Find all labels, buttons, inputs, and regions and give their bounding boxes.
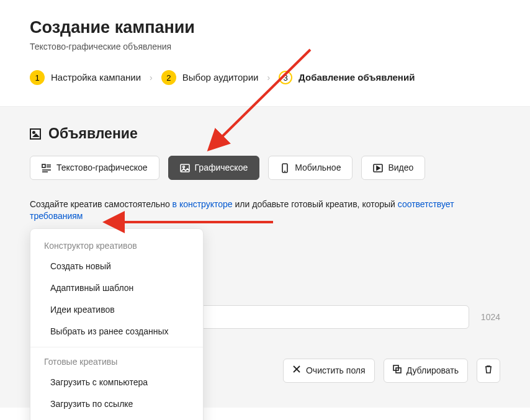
tab-label: Видео — [388, 162, 413, 174]
button-label: Дублировать — [406, 365, 459, 377]
chevron-right-icon: › — [150, 72, 153, 84]
tab-label: Графическое — [195, 162, 248, 174]
char-counter: 1024 — [481, 311, 500, 323]
helper-link-constructor[interactable]: в конструкторе — [173, 199, 233, 209]
step-number: 3 — [279, 71, 292, 84]
tab-mobile[interactable]: Мобильное — [268, 156, 353, 180]
tab-video[interactable]: Видео — [361, 156, 425, 180]
menu-item-from-uploaded[interactable]: Выбрать из ранее загруженных — [30, 415, 203, 420]
helper-text-part: Создайте креатив самостоятельно — [30, 199, 173, 209]
tab-graphic[interactable]: Графическое — [168, 156, 260, 180]
add-dropdown-menu: Конструктор креативов Создать новый Адап… — [30, 228, 204, 420]
trash-icon — [484, 365, 493, 377]
duplicate-button[interactable]: Дублировать — [384, 359, 468, 383]
page-subtitle: Текстово-графические объявления — [30, 41, 500, 53]
menu-item-ideas[interactable]: Идеи креативов — [30, 299, 203, 321]
menu-item-create-new[interactable]: Создать новый — [30, 256, 203, 277]
button-label: Очистить поля — [306, 365, 366, 377]
play-icon — [373, 163, 383, 173]
clear-fields-button[interactable]: Очистить поля — [283, 359, 375, 383]
menu-item-from-created[interactable]: Выбрать из ранее созданных — [30, 321, 203, 342]
ad-type-tabs: Текстово-графическое Графическое Мобильн… — [30, 156, 500, 180]
delete-button[interactable] — [477, 359, 500, 383]
picture-icon — [180, 163, 190, 173]
menu-group-title: Конструктор креативов — [30, 236, 203, 256]
chevron-right-icon: › — [267, 72, 270, 84]
step-label: Добавление объявлений — [299, 71, 415, 84]
tab-text-graphic[interactable]: Текстово-графическое — [30, 156, 159, 180]
phone-icon — [280, 163, 290, 173]
menu-item-adaptive-template[interactable]: Адаптивный шаблон — [30, 277, 203, 299]
step-number: 1 — [30, 70, 45, 85]
tab-label: Текстово-графическое — [56, 162, 148, 174]
svg-rect-0 — [42, 164, 45, 168]
menu-group-title: Готовые креативы — [30, 352, 203, 372]
page-title: Создание кампании — [30, 16, 500, 38]
step-number: 2 — [161, 70, 176, 85]
copy-icon — [393, 365, 402, 377]
step-1[interactable]: 1 Настройка кампании — [30, 70, 141, 85]
image-icon — [30, 128, 41, 140]
menu-divider — [30, 347, 203, 347]
list-icon — [42, 163, 52, 173]
tab-label: Мобильное — [295, 162, 341, 174]
menu-item-upload-url[interactable]: Загрузить по ссылке — [30, 393, 203, 415]
step-3[interactable]: 3 Добавление объявлений — [279, 71, 415, 84]
helper-text-part: или добавьте готовый креатив, который — [233, 199, 398, 209]
svg-point-6 — [182, 166, 184, 168]
close-icon — [292, 365, 301, 377]
stepper: 1 Настройка кампании › 2 Выбор аудитории… — [30, 70, 500, 85]
section-title: Объявление — [48, 124, 138, 143]
step-label: Выбор аудитории — [182, 71, 259, 84]
helper-text: Создайте креатив самостоятельно в констр… — [30, 199, 500, 222]
step-2[interactable]: 2 Выбор аудитории — [161, 70, 259, 85]
step-label: Настройка кампании — [51, 71, 141, 84]
menu-item-upload-computer[interactable]: Загрузить с компьютера — [30, 372, 203, 393]
